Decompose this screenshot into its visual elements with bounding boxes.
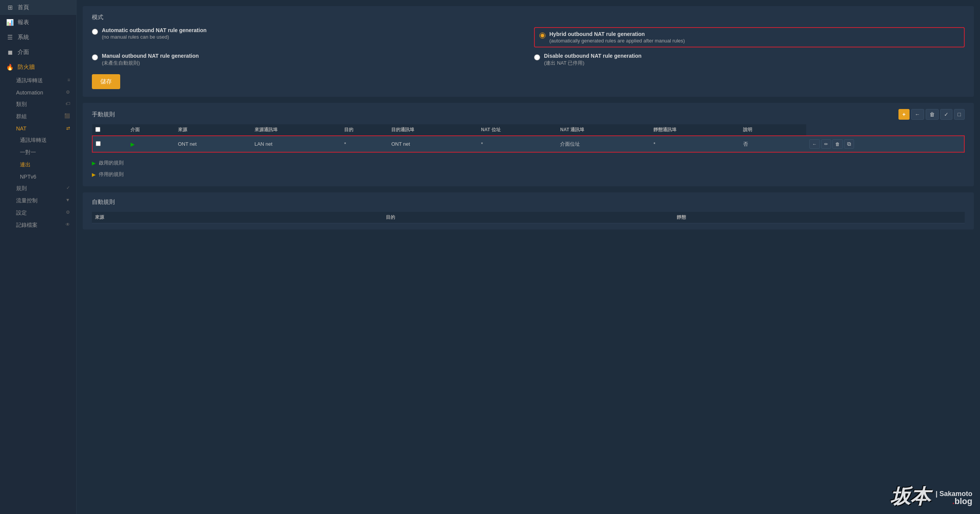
sidebar-sub-nat[interactable]: NAT ⇄ <box>0 123 76 134</box>
sidebar-sub-settings[interactable]: 設定 ⚙ <box>0 207 76 219</box>
enabled-icon: ▶ <box>131 141 135 147</box>
table-actions: + ← 🗑 ✓ □ <box>898 109 965 120</box>
sidebar-label-traffic: 流量控制 <box>16 197 38 203</box>
radio-manual[interactable] <box>92 54 98 60</box>
row-back-button[interactable]: ← <box>809 139 820 149</box>
row-delete-button[interactable]: 🗑 <box>832 139 843 149</box>
hybrid-main-label: Hybrid outbound NAT rule generation <box>549 31 685 37</box>
legend-disabled: ▶ 停用的規則 <box>92 169 965 180</box>
row-checkbox[interactable] <box>96 141 101 146</box>
th-dest-port: 目的通訊埠 <box>388 124 478 136</box>
sidebar-label-system: 系統 <box>18 34 29 41</box>
rules-icon: ✓ <box>66 185 70 190</box>
radio-automatic[interactable] <box>92 29 98 35</box>
sidebar-label-automation: Automation <box>16 89 43 96</box>
category-icon: 🏷 <box>65 101 70 106</box>
manual-rules-section: 手動規則 + ← 🗑 ✓ □ 介面 來源 來源通訊埠 目的 目的通訊埠 NAT … <box>83 103 974 186</box>
delete-button[interactable]: 🗑 <box>926 109 939 120</box>
sidebar-label-home: 首頁 <box>18 4 29 11</box>
auto-th-dest: 目的 <box>383 212 674 223</box>
legend-green-icon: ▶ <box>92 160 96 166</box>
sidebar-sub-traffic[interactable]: 流量控制 ▼ <box>0 195 76 207</box>
sidebar-sub-category[interactable]: 類別 🏷 <box>0 98 76 111</box>
mode-option-manual[interactable]: Manual outbound NAT rule generation (未產生… <box>92 53 523 67</box>
legend-enabled-text: 啟用的規則 <box>99 159 124 166</box>
radio-hybrid[interactable] <box>539 33 546 39</box>
hybrid-sub-label: (automatically generated rules are appli… <box>549 38 685 44</box>
auto-th-source: 來源 <box>92 212 383 223</box>
manual-main-label: Manual outbound NAT rule generation <box>102 53 199 59</box>
firewall-icon: 🔥 <box>6 63 14 71</box>
select-all-checkbox[interactable] <box>95 127 100 132</box>
mode-title: 模式 <box>92 14 965 21</box>
sidebar-item-system[interactable]: ☰ 系統 <box>0 30 76 45</box>
group-icon: ⬛ <box>64 113 70 119</box>
logs-icon: 👁 <box>65 222 70 227</box>
th-static-port: 靜態通訊埠 <box>650 124 740 136</box>
radio-disable[interactable] <box>534 54 540 60</box>
manual-sub-label: (未產生自動規則) <box>102 60 199 67</box>
move-up-button[interactable]: ← <box>911 109 924 120</box>
auto-table-header-row: 來源 目的 靜態 <box>92 212 965 223</box>
save-button[interactable]: 儲存 <box>92 74 120 89</box>
row-desc <box>787 136 806 152</box>
auto-th-static: 靜態 <box>674 212 965 223</box>
manual-rules-table: 介面 來源 來源通訊埠 目的 目的通訊埠 NAT 位址 NAT 通訊埠 靜態通訊… <box>92 124 965 153</box>
mode-option-automatic[interactable]: Automatic outbound NAT rule generation (… <box>92 27 523 47</box>
row-enabled-cell: ▶ <box>127 136 175 152</box>
mode-options-grid: Automatic outbound NAT rule generation (… <box>92 27 965 67</box>
table-row: ▶ ONT net LAN net * ONT net * 介面位址 * 否 ←… <box>92 136 964 152</box>
row-dest-port: * <box>478 136 557 152</box>
sidebar-label-alias: 通訊埠轉送 <box>16 77 43 83</box>
automatic-main-label: Automatic outbound NAT rule generation <box>102 27 207 33</box>
nat-icon: ⇄ <box>66 125 70 131</box>
mode-option-hybrid[interactable]: Hybrid outbound NAT rule generation (aut… <box>534 27 965 47</box>
sidebar-label-nptv6: NPTv6 <box>20 174 36 180</box>
check-button[interactable]: ✓ <box>940 109 952 120</box>
sidebar-sub-group[interactable]: 群組 ⬛ <box>0 111 76 123</box>
disable-sub-label: (連出 NAT 已停用) <box>544 60 642 67</box>
th-actions <box>787 124 806 136</box>
mode-option-disable[interactable]: Disable outbound NAT rule generation (連出… <box>534 53 965 67</box>
sidebar-item-home[interactable]: ⊞ 首頁 <box>0 0 76 15</box>
legend-yellow-icon: ▶ <box>92 172 96 177</box>
th-interface: 介面 <box>127 124 175 136</box>
row-actions: ← ✏ 🗑 ⧉ <box>809 139 961 149</box>
sidebar-item-firewall[interactable]: 🔥 防火牆 <box>0 60 76 75</box>
add-rule-button[interactable]: + <box>898 109 909 120</box>
row-static-port: 否 <box>740 136 787 152</box>
automatic-sub-label: (no manual rules can be used) <box>102 34 207 40</box>
main-content: 模式 Automatic outbound NAT rule generatio… <box>77 0 980 514</box>
uncheck-button[interactable]: □ <box>954 109 965 120</box>
manual-rules-title: 手動規則 <box>92 111 115 118</box>
legend-enabled: ▶ 啟用的規則 <box>92 157 965 169</box>
sidebar-sub-rules[interactable]: 規則 ✓ <box>0 182 76 195</box>
sidebar-sub-logs[interactable]: 記錄檔案 👁 <box>0 219 76 231</box>
legend-disabled-text: 停用的規則 <box>99 171 124 178</box>
sidebar-sub-outbound[interactable]: 連出 <box>0 159 76 171</box>
row-edit-button[interactable]: ✏ <box>821 139 831 149</box>
th-nat-port: NAT 通訊埠 <box>557 124 650 136</box>
auto-rules-section: 自動規則 來源 目的 靜態 <box>83 192 974 229</box>
sidebar-sub-one-to-one[interactable]: 一對一 <box>0 146 76 159</box>
sidebar-sub-port-forward[interactable]: 通訊埠轉送 <box>0 134 76 146</box>
table-header-row: 介面 來源 來源通訊埠 目的 目的通訊埠 NAT 位址 NAT 通訊埠 靜態通訊… <box>92 124 964 136</box>
manual-rules-header: 手動規則 + ← 🗑 ✓ □ <box>92 109 965 120</box>
sidebar-label-rules: 規則 <box>16 185 27 191</box>
row-clone-button[interactable]: ⧉ <box>844 139 854 149</box>
sidebar-label-interface: 介面 <box>18 49 29 56</box>
sidebar-sub-automation[interactable]: Automation ⚙ <box>0 87 76 98</box>
sidebar-sub-alias[interactable]: 通訊埠轉送 ≡ <box>0 75 76 87</box>
settings-icon: ⚙ <box>66 210 70 215</box>
th-source-port: 來源通訊埠 <box>252 124 341 136</box>
sidebar-sub-nptv6[interactable]: NPTv6 <box>0 171 76 182</box>
th-checkbox <box>92 124 127 136</box>
sidebar-item-interface[interactable]: ◼ 介面 <box>0 45 76 60</box>
sidebar-label-logs: 記錄檔案 <box>16 222 38 228</box>
sidebar-label-firewall: 防火牆 <box>18 63 35 71</box>
row-checkbox-cell <box>92 136 127 152</box>
disable-main-label: Disable outbound NAT rule generation <box>544 53 642 59</box>
row-source: LAN net <box>252 136 341 152</box>
auto-rules-title: 自動規則 <box>92 198 965 206</box>
sidebar-item-reports[interactable]: 📊 報表 <box>0 15 76 30</box>
